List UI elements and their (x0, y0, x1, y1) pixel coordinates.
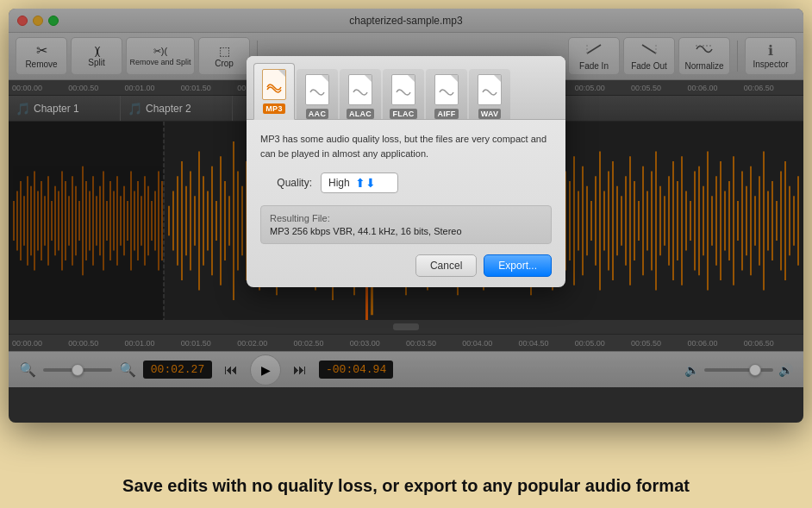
mp3-label: MP3 (263, 103, 284, 114)
format-icons-row: MP3 AAC (247, 56, 565, 120)
resulting-file-section: Resulting File: MP3 256 kbps VBR, 44.1 k… (260, 205, 552, 244)
flac-file-icon (389, 72, 418, 107)
wav-format-button[interactable]: WAV (469, 69, 510, 119)
quality-select[interactable]: High ⬆⬇ (321, 172, 398, 193)
wav-file-icon (475, 72, 504, 107)
format-modal: MP3 AAC (247, 56, 565, 287)
quality-label: Quality: (260, 177, 312, 189)
quality-chevron-icon: ⬆⬇ (355, 176, 376, 190)
resulting-file-title: Resulting File: (270, 213, 542, 223)
aiff-label: AIFF (434, 109, 458, 119)
bottom-caption: Save edits with no quality loss, or expo… (9, 476, 803, 496)
alac-label: ALAC (347, 109, 374, 119)
wav-label: WAV (478, 109, 502, 119)
aiff-file-icon (432, 72, 461, 107)
quality-value: High (328, 177, 350, 189)
modal-content: MP3 has some audio quality loss, but the… (247, 120, 565, 287)
modal-buttons: Cancel Export... (260, 254, 552, 277)
mp3-format-button[interactable]: MP3 (253, 63, 295, 120)
cancel-button[interactable]: Cancel (415, 254, 477, 277)
mp3-file-icon (259, 67, 289, 102)
resulting-file-info: MP3 256 kbps VBR, 44.1 kHz, 16 bits, Ste… (270, 226, 542, 236)
alac-format-button[interactable]: ALAC (340, 69, 381, 119)
export-button[interactable]: Export... (484, 254, 552, 277)
aiff-format-button[interactable]: AIFF (426, 69, 467, 119)
alac-file-icon (346, 72, 375, 107)
aac-format-button[interactable]: AAC (297, 69, 338, 119)
format-description: MP3 has some audio quality loss, but the… (260, 132, 552, 160)
quality-row: Quality: High ⬆⬇ (260, 172, 552, 193)
modal-overlay: MP3 AAC (9, 9, 803, 423)
aac-file-icon (303, 72, 332, 107)
flac-label: FLAC (390, 109, 416, 119)
aac-label: AAC (306, 109, 328, 119)
app-window: chapterized-sample.mp3 ✂ Remove )( Split… (9, 9, 803, 423)
flac-format-button[interactable]: FLAC (383, 69, 424, 119)
